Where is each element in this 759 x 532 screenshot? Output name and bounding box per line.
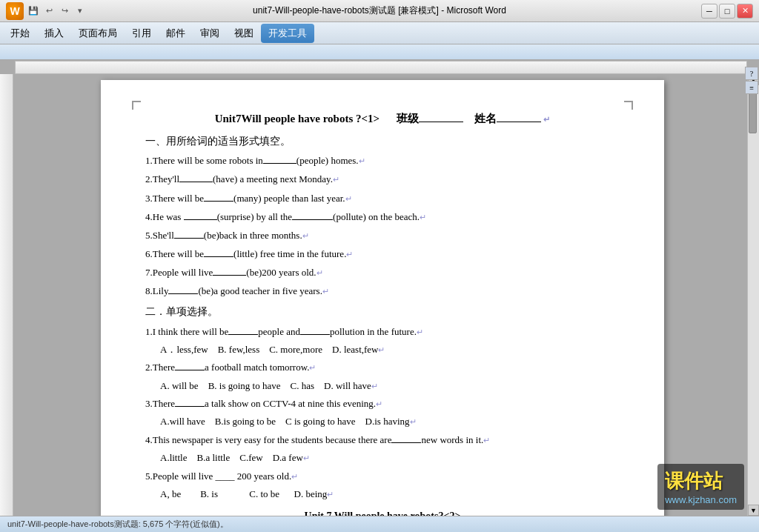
watermark-line1: 课件站 bbox=[665, 468, 737, 494]
document-area[interactable]: Unit7Will people have robots ?<1> 班级 姓名 … bbox=[15, 74, 759, 516]
name-blank bbox=[497, 122, 541, 122]
page-corner-tl bbox=[132, 101, 141, 110]
q2-2: 2.Therea football match tomorrow.↵ bbox=[145, 359, 620, 376]
q1-1: 1.There will be some robots in(people) h… bbox=[145, 153, 620, 169]
menu-mail[interactable]: 邮件 bbox=[159, 24, 193, 43]
q2-3: 3.Therea talk show on CCTV-4 at nine thi… bbox=[145, 396, 620, 412]
right-edge-icons: ? ≡ bbox=[745, 67, 758, 94]
close-button[interactable]: ✕ bbox=[737, 4, 753, 19]
scroll-track bbox=[748, 85, 759, 505]
q2-5-options: A, be B. is C. to be D. being↵ bbox=[160, 487, 620, 502]
menu-view[interactable]: 视图 bbox=[227, 24, 261, 43]
q1-3: 3.There will be(many) people than last y… bbox=[145, 190, 620, 207]
q2-4: 4.This newspaper is very easy for the st… bbox=[145, 432, 620, 448]
section2-title: 二．单项选择。 bbox=[145, 304, 620, 320]
title-text: unit7-Will-people-have-robots测试题 [兼容模式] … bbox=[253, 4, 506, 17]
q2-5: 5.People will live ____ 200 years old.↵ bbox=[145, 468, 620, 485]
dropdown-icon[interactable]: ▾ bbox=[73, 4, 87, 18]
office-logo: W bbox=[6, 2, 24, 20]
paragraph-mark: ↵ bbox=[543, 115, 550, 124]
page-corner-tr bbox=[624, 101, 633, 110]
q2-1-options: A．less,few B. few,less C. more,more D. l… bbox=[160, 342, 620, 358]
menu-references[interactable]: 引用 bbox=[125, 24, 159, 43]
section1-title: 一、用所给词的适当形式填空。 bbox=[145, 133, 620, 150]
save-icon[interactable]: 💾 bbox=[27, 4, 40, 18]
vertical-scrollbar[interactable]: ▲ ▼ bbox=[747, 74, 759, 516]
format-icon[interactable]: ≡ bbox=[745, 81, 758, 94]
status-text: unit7-Will-people-have-robots测试题: 5,675 … bbox=[7, 519, 228, 530]
ruler-horizontal bbox=[15, 61, 747, 74]
q1-8: 8.Lily(be)a good teacher in five years.↵ bbox=[145, 283, 620, 299]
class-blank bbox=[419, 122, 463, 122]
watermark-line2: www.kjzhan.com bbox=[665, 494, 737, 505]
q2-1: 1.I think there will bepeople andpolluti… bbox=[145, 324, 620, 340]
word-page: Unit7Will people have robots ?<1> 班级 姓名 … bbox=[101, 80, 664, 516]
watermark: 课件站 www.kjzhan.com bbox=[657, 464, 744, 510]
minimize-button[interactable]: ─ bbox=[701, 4, 717, 19]
menu-bar: 开始 插入 页面布局 引用 邮件 审阅 视图 开发工具 bbox=[0, 22, 759, 44]
menu-page-layout[interactable]: 页面布局 bbox=[71, 24, 125, 43]
status-bar: unit7-Will-people-have-robots测试题: 5,675 … bbox=[0, 516, 759, 532]
menu-home[interactable]: 开始 bbox=[3, 24, 37, 43]
quick-access-toolbar: 💾 ↩ ↪ ▾ bbox=[27, 4, 87, 18]
q1-6: 6.There will be(little) free time in the… bbox=[145, 246, 620, 262]
maximize-button[interactable]: □ bbox=[719, 4, 735, 19]
window-controls: ─ □ ✕ bbox=[701, 4, 753, 19]
undo-icon[interactable]: ↩ bbox=[42, 4, 56, 18]
q1-4: 4.He was (surprise) by all the(pollute) … bbox=[145, 209, 620, 225]
menu-developer[interactable]: 开发工具 bbox=[261, 24, 314, 43]
menu-review[interactable]: 审阅 bbox=[193, 24, 227, 43]
title-text: Unit7Will people have robots ?<1> bbox=[215, 113, 380, 124]
help-icon[interactable]: ? bbox=[745, 67, 758, 80]
ruler-vertical bbox=[0, 74, 15, 516]
q2-3-options: A.will have B.is going to be C is going … bbox=[160, 414, 620, 430]
redo-icon[interactable]: ↪ bbox=[58, 4, 71, 18]
title-bar-left: W 💾 ↩ ↪ ▾ bbox=[6, 2, 87, 20]
class-label: 班级 bbox=[397, 113, 419, 124]
ribbon bbox=[0, 44, 759, 61]
name-label: 姓名 bbox=[474, 113, 497, 124]
q1-2: 2.They'll(have) a meeting next Monday.↵ bbox=[145, 171, 620, 187]
menu-insert[interactable]: 插入 bbox=[37, 24, 71, 43]
q1-7: 7.People will live(be)200 years old.↵ bbox=[145, 265, 620, 281]
scroll-thumb[interactable] bbox=[749, 89, 757, 133]
q2-2-options: A. will be B. is going to have C. has D.… bbox=[160, 379, 620, 394]
scroll-down-button[interactable]: ▼ bbox=[748, 505, 759, 516]
q2-4-options: A.little B.a little C.few D.a few↵ bbox=[160, 450, 620, 466]
page-title: Unit7Will people have robots ?<1> 班级 姓名 … bbox=[145, 110, 620, 127]
section3-title: Unit 7 Will people have robots?<2> bbox=[145, 508, 620, 516]
title-bar: W 💾 ↩ ↪ ▾ unit7-Will-people-have-robots测… bbox=[0, 0, 759, 22]
q1-5: 5.She'll(be)back in three months.↵ bbox=[145, 227, 620, 244]
